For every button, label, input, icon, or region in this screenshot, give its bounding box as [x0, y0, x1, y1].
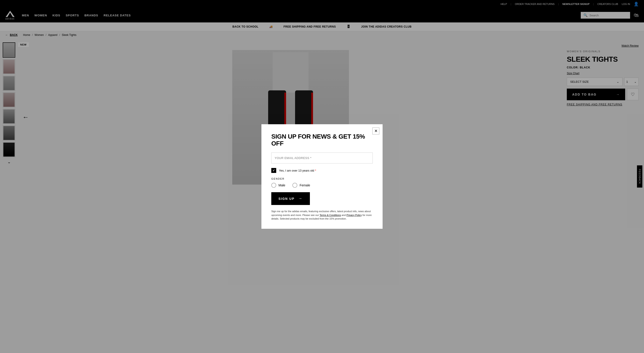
- gender-male-option[interactable]: Male: [271, 183, 285, 188]
- female-radio-button[interactable]: [292, 183, 297, 188]
- gender-label: GENDER: [271, 177, 373, 180]
- required-mark: *: [315, 169, 316, 172]
- male-radio-button[interactable]: [271, 183, 276, 188]
- modal-overlay[interactable]: ✕ SIGN UP FOR NEWS & GET 15% OFF ✓ Yes, …: [0, 0, 644, 196]
- close-icon: ✕: [374, 128, 378, 133]
- checkbox-check-icon: ✓: [272, 169, 275, 172]
- gender-female-option[interactable]: Female: [292, 183, 310, 188]
- sign-up-button[interactable]: SIGN UP →: [271, 192, 310, 196]
- age-checkbox-label: Yes, I am over 13 years old *: [279, 169, 316, 172]
- gender-options: Male Female: [271, 183, 373, 188]
- male-label: Male: [278, 183, 285, 187]
- female-label: Female: [300, 183, 310, 187]
- signup-modal: ✕ SIGN UP FOR NEWS & GET 15% OFF ✓ Yes, …: [262, 124, 382, 196]
- age-checkbox-row: ✓ Yes, I am over 13 years old *: [271, 168, 373, 173]
- age-checkbox[interactable]: ✓: [271, 168, 276, 173]
- modal-close-button[interactable]: ✕: [372, 127, 380, 135]
- gender-section: GENDER Male Female: [271, 177, 373, 188]
- age-checkbox-text: Yes, I am over 13 years old: [279, 169, 314, 172]
- modal-title: SIGN UP FOR NEWS & GET 15% OFF: [271, 133, 373, 147]
- email-input[interactable]: [271, 152, 373, 163]
